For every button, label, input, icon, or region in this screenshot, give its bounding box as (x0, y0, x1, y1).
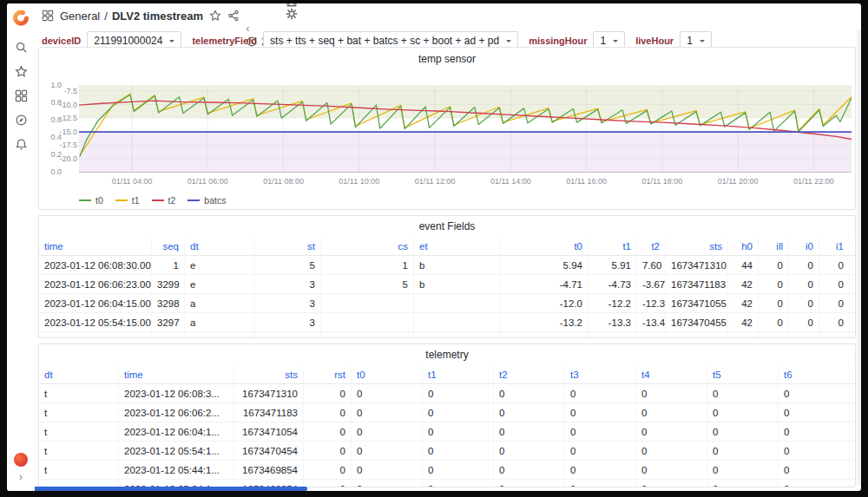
column-header-ill[interactable]: ill (759, 237, 789, 255)
svg-text:-12.5: -12.5 (59, 114, 77, 122)
column-header-t0[interactable]: t0 (501, 237, 589, 255)
column-header-seq[interactable]: seq (152, 237, 185, 255)
column-header-rst[interactable]: rst (304, 365, 352, 383)
svg-text:-15.0: -15.0 (59, 128, 77, 136)
table-cell: 0 (819, 313, 850, 331)
table-row[interactable]: t2023-01-12 06:06:2...167347118300000000 (39, 403, 855, 422)
table-cell: 1673471310 (234, 384, 304, 402)
column-header-et[interactable]: et (414, 237, 501, 255)
panel-title[interactable]: temp sensor (39, 48, 855, 70)
svg-text:01/11 04:00: 01/11 04:00 (112, 177, 153, 186)
table-row[interactable]: 2023-01-12 06:04:15.0003298a3-12.0-12.2-… (39, 294, 855, 313)
table-cell: 1673469854 (234, 461, 304, 479)
table-cell: 5 (254, 256, 321, 274)
settings-gear-icon[interactable] (246, 8, 337, 20)
table-cell: 0 (494, 384, 565, 402)
column-header-time[interactable]: time (39, 237, 152, 255)
expand-sidebar-icon[interactable]: › (19, 472, 23, 482)
table-row[interactable]: t2023-01-12 05:54:1...167347045400000000 (39, 441, 855, 461)
table-cell: 0 (352, 461, 423, 479)
table-row[interactable]: 2023-01-12 05:54:15.0003297a3-13.2-13.3-… (39, 313, 855, 332)
legend-item-t2[interactable]: t2 (152, 195, 176, 206)
dashboards-grid-icon (42, 10, 54, 22)
panel-title[interactable]: telemetry (39, 344, 855, 365)
alerting-bell-icon[interactable] (14, 137, 28, 151)
column-header-h0[interactable]: h0 (728, 237, 759, 255)
column-header-t3[interactable]: t3 (565, 365, 636, 383)
column-header-dt[interactable]: dt (185, 237, 254, 255)
panel-telemetry: telemetry dttimestsrstt0t1t2t3t4t5t6t202… (38, 343, 856, 487)
variable-label: missingHour (529, 36, 587, 46)
legend-item-t0[interactable]: t0 (79, 195, 103, 206)
share-icon[interactable] (227, 10, 240, 22)
table-row[interactable]: t2023-01-12 06:04:1...167347105400000000 (39, 422, 855, 441)
dashboard-title[interactable]: DLV2 timestream (112, 10, 203, 23)
column-header-t5[interactable]: t5 (707, 365, 779, 383)
svg-text:0.8: 0.8 (50, 98, 62, 107)
column-header-time[interactable]: time (119, 365, 234, 383)
table-cell: -4.71 (501, 275, 589, 293)
vertical-scrollbar[interactable] (857, 29, 861, 486)
grafana-logo-icon[interactable] (12, 9, 30, 26)
table-cell: e (185, 256, 254, 274)
table-cell (414, 332, 501, 338)
table-row[interactable]: t2023-01-12 06:08:3...167347131000000000 (39, 384, 855, 403)
table-header-row: dttimestsrstt0t1t2t3t4t5t6 (39, 365, 855, 384)
column-header-t2[interactable]: t2 (494, 365, 565, 383)
column-header-i0[interactable]: i0 (789, 237, 819, 255)
chevron-down-icon (700, 40, 705, 45)
table-cell: -12.3 (637, 294, 666, 312)
panel-title[interactable]: event Fields (39, 216, 855, 237)
horizontal-scrollbar[interactable] (7, 487, 307, 491)
chevron-down-icon (506, 40, 511, 45)
column-header-sts[interactable]: sts (234, 365, 304, 383)
table-cell: 2023-01-12 05:54:1... (119, 441, 234, 460)
column-header-sts[interactable]: sts (666, 237, 728, 255)
user-avatar[interactable] (14, 453, 28, 467)
table-cell: 2023-01-12 06:08:30.000 (39, 256, 152, 274)
favorite-star-icon[interactable] (209, 10, 221, 22)
table-cell: 0 (423, 403, 494, 422)
telemetry-table: dttimestsrstt0t1t2t3t4t5t6t2023-01-12 06… (39, 365, 855, 487)
column-header-t2[interactable]: t2 (637, 237, 666, 255)
legend-item-batcs[interactable]: batcs (187, 195, 226, 206)
table-cell: 0 (304, 461, 352, 479)
table-cell: a (185, 332, 254, 338)
table-row[interactable]: 2023-01-12 06:08:30.0001e51b5.945.917.60… (39, 256, 855, 275)
column-header-t6[interactable]: t6 (779, 365, 850, 383)
column-header-i1[interactable]: i1 (819, 237, 850, 255)
svg-text:-17.5: -17.5 (59, 141, 77, 149)
table-cell: 0 (707, 441, 779, 460)
dashboards-icon[interactable] (14, 88, 28, 102)
table-row[interactable]: 2023-01-12 06:06:23.0003299e35b-4.71-4.7… (39, 275, 855, 294)
legend-item-t1[interactable]: t1 (115, 195, 140, 206)
breadcrumb-folder[interactable]: General (60, 10, 100, 23)
table-cell (321, 332, 414, 338)
table-row[interactable]: 2023-01-12 05:44:15.0003296a3-13.4-13.5-… (39, 332, 855, 338)
table-cell: 0 (789, 313, 819, 331)
table-cell: 0 (494, 422, 565, 441)
chart-legend: t0t1t2batcs (79, 195, 226, 206)
table-cell: 0 (565, 461, 636, 479)
svg-text:01/11 14:00: 01/11 14:00 (490, 177, 531, 186)
svg-text:0.4: 0.4 (50, 133, 62, 141)
column-header-st[interactable]: st (254, 237, 321, 255)
column-header-t1[interactable]: t1 (423, 365, 494, 383)
variable-label: deviceID (42, 36, 81, 46)
table-cell: 0 (494, 441, 565, 460)
table-row[interactable]: t2023-01-12 05:44:1...167346985400000000 (39, 461, 855, 480)
column-header-dt[interactable]: dt (39, 365, 119, 383)
column-header-t1[interactable]: t1 (589, 237, 637, 255)
search-icon[interactable] (14, 40, 28, 54)
table-cell: 0 (494, 461, 565, 479)
table-cell: -13.2 (501, 313, 589, 331)
temp-sensor-chart[interactable]: -20.0-17.5-15.0-12.5-10.0-7.50.00.20.40.… (39, 70, 856, 195)
table-cell: 0 (779, 384, 850, 402)
starred-icon[interactable] (14, 64, 28, 78)
column-header-cs[interactable]: cs (321, 237, 414, 255)
column-header-t4[interactable]: t4 (636, 365, 707, 383)
table-cell: 0 (565, 403, 636, 422)
column-header-t0[interactable]: t0 (352, 365, 423, 383)
explore-compass-icon[interactable] (14, 113, 28, 127)
telemetryfield-value: sts + tts + seq + bat + batcs + sc + boo… (270, 35, 499, 47)
